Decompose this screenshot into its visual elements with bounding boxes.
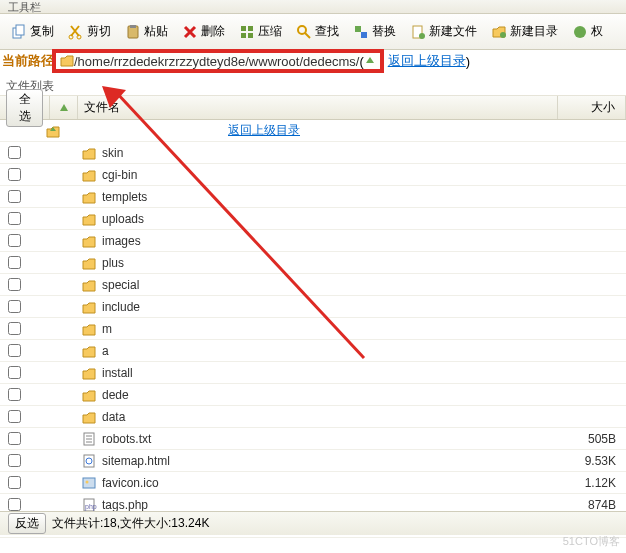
list-item[interactable]: m — [0, 318, 626, 340]
replace-button[interactable]: 替换 — [348, 20, 401, 43]
delete-icon — [182, 24, 198, 40]
svg-point-16 — [500, 32, 506, 38]
svg-point-25 — [86, 480, 89, 483]
row-checkbox[interactable] — [8, 234, 21, 247]
list-item[interactable]: templets — [0, 186, 626, 208]
list-item[interactable]: plus — [0, 252, 626, 274]
row-checkbox[interactable] — [8, 344, 21, 357]
file-icon — [78, 453, 100, 469]
file-size: 505B — [564, 432, 626, 446]
copy-label: 复制 — [30, 23, 54, 40]
current-path: /home/rrzdedekrzrzzydteyd8e/wwwroot/dede… — [74, 54, 359, 69]
col-size[interactable]: 大小 — [558, 96, 626, 119]
file-icon — [78, 343, 100, 359]
cut-label: 剪切 — [87, 23, 111, 40]
select-all-button[interactable]: 全选 — [6, 89, 43, 127]
file-icon — [78, 145, 100, 161]
file-size: 1.12K — [564, 476, 626, 490]
newdir-label: 新建目录 — [510, 23, 558, 40]
paste-label: 粘贴 — [144, 23, 168, 40]
invert-button[interactable]: 反选 — [8, 513, 46, 534]
search-button[interactable]: 查找 — [291, 20, 344, 43]
list-item[interactable]: install — [0, 362, 626, 384]
list-item[interactable]: favicon.ico1.12K — [0, 472, 626, 494]
toolbar: 复制 剪切 粘贴 删除 压缩 查找 替换 新建文件 新建目录 权 — [0, 14, 626, 50]
file-icon — [78, 277, 100, 293]
row-checkbox[interactable] — [8, 256, 21, 269]
col-name[interactable]: 文件名 — [78, 96, 558, 119]
row-checkbox[interactable] — [8, 278, 21, 291]
section-title: 工具栏 — [0, 0, 626, 14]
file-icon — [78, 409, 100, 425]
row-checkbox[interactable] — [8, 322, 21, 335]
row-checkbox[interactable] — [8, 146, 21, 159]
row-checkbox[interactable] — [8, 366, 21, 379]
list-item[interactable]: sitemap.html9.53K — [0, 450, 626, 472]
newfile-label: 新建文件 — [429, 23, 477, 40]
list-item[interactable]: robots.txt505B — [0, 428, 626, 450]
file-name: uploads — [100, 212, 564, 226]
file-size: 9.53K — [564, 454, 626, 468]
newdir-button[interactable]: 新建目录 — [486, 20, 563, 43]
list-item[interactable]: data — [0, 406, 626, 428]
svg-text:php: php — [85, 503, 97, 511]
newfile-icon — [410, 24, 426, 40]
list-item[interactable]: cgi-bin — [0, 164, 626, 186]
replace-label: 替换 — [372, 23, 396, 40]
file-name: images — [100, 234, 564, 248]
row-checkbox[interactable] — [8, 190, 21, 203]
file-list: 返回上级目录 skincgi-bintempletsuploadsimagesp… — [0, 120, 626, 538]
list-item[interactable]: include — [0, 296, 626, 318]
file-name: include — [100, 300, 564, 314]
file-name: templets — [100, 190, 564, 204]
file-icon — [78, 211, 100, 227]
paste-button[interactable]: 粘贴 — [120, 20, 173, 43]
row-checkbox[interactable] — [8, 432, 21, 445]
file-name: favicon.ico — [100, 476, 564, 490]
file-name: tags.php — [100, 498, 564, 512]
path-bar: 当前路径 /home/rrzdedekrzrzzydteyd8e/wwwroot… — [0, 50, 626, 72]
perm-label: 权 — [591, 23, 603, 40]
copy-button[interactable]: 复制 — [6, 20, 59, 43]
file-icon — [78, 431, 100, 447]
back-up-link[interactable]: 返回上级目录 — [228, 122, 300, 139]
delete-button[interactable]: 删除 — [177, 20, 230, 43]
file-icon — [78, 167, 100, 183]
sort-arrow-cell[interactable] — [50, 96, 78, 119]
folder-icon — [60, 54, 74, 68]
list-item[interactable]: images — [0, 230, 626, 252]
row-checkbox[interactable] — [8, 410, 21, 423]
list-item[interactable]: a — [0, 340, 626, 362]
file-name: m — [100, 322, 564, 336]
file-icon — [78, 387, 100, 403]
newdir-icon — [491, 24, 507, 40]
svg-line-11 — [305, 33, 310, 38]
search-label: 查找 — [315, 23, 339, 40]
file-name: sitemap.html — [100, 454, 564, 468]
path-close-paren: ) — [466, 54, 470, 69]
back-link[interactable]: 返回上级目录 — [388, 52, 466, 70]
list-item[interactable]: special — [0, 274, 626, 296]
compress-icon — [239, 24, 255, 40]
list-item[interactable]: skin — [0, 142, 626, 164]
list-item[interactable]: uploads — [0, 208, 626, 230]
footer: 反选 文件共计:18,文件大小:13.24K — [0, 511, 626, 535]
file-icon — [78, 365, 100, 381]
compress-button[interactable]: 压缩 — [234, 20, 287, 43]
list-item[interactable]: dede — [0, 384, 626, 406]
cut-button[interactable]: 剪切 — [63, 20, 116, 43]
row-checkbox[interactable] — [8, 476, 21, 489]
newfile-button[interactable]: 新建文件 — [405, 20, 482, 43]
row-checkbox[interactable] — [8, 498, 21, 511]
row-checkbox[interactable] — [8, 168, 21, 181]
file-icon — [78, 321, 100, 337]
perm-button[interactable]: 权 — [567, 20, 608, 43]
file-icon — [78, 255, 100, 271]
back-row[interactable]: 返回上级目录 — [0, 120, 626, 142]
row-checkbox[interactable] — [8, 212, 21, 225]
row-checkbox[interactable] — [8, 454, 21, 467]
row-checkbox[interactable] — [8, 300, 21, 313]
row-checkbox[interactable] — [8, 388, 21, 401]
compress-label: 压缩 — [258, 23, 282, 40]
perm-icon — [572, 24, 588, 40]
